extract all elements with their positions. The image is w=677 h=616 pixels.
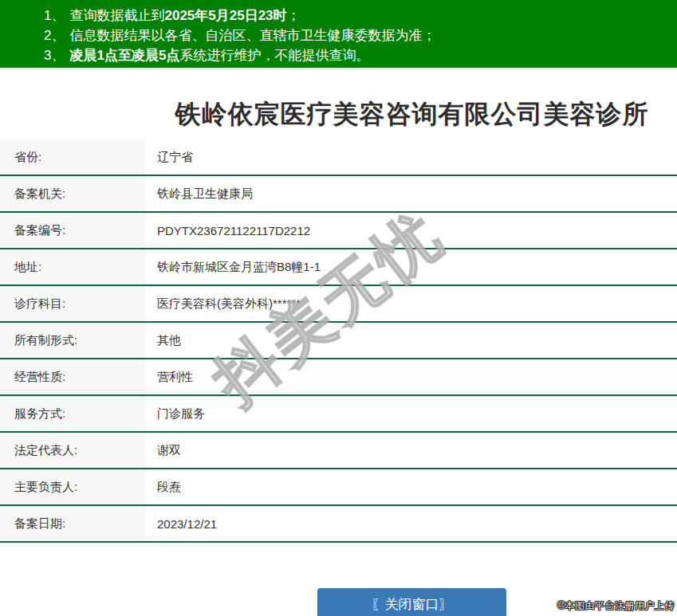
table-row: 所有制形式:其他 bbox=[0, 323, 677, 359]
row-label: 诊疗科目: bbox=[0, 286, 146, 321]
page-title: 铁岭依宸医疗美容咨询有限公司美容诊所 bbox=[147, 68, 677, 139]
row-value: 2023/12/21 bbox=[146, 506, 677, 541]
table-row: 服务方式:门诊服务 bbox=[0, 396, 677, 433]
notice-text: ； bbox=[287, 8, 301, 23]
notice-text: 信息数据结果以各省、自治区、直辖市卫生健康委数据为准； bbox=[69, 28, 435, 43]
row-label: 经营性质: bbox=[0, 359, 146, 394]
notice-text: 查询数据截止到 bbox=[69, 8, 164, 23]
row-value: 谢双 bbox=[146, 433, 677, 468]
row-value: 医疗美容科(美容外科)****** bbox=[146, 286, 677, 321]
notice-line: 3、凌晨1点至凌晨5点系统进行维护，不能提供查询。 bbox=[44, 45, 669, 65]
row-value: 段焘 bbox=[146, 469, 677, 504]
notice-number: 3、 bbox=[44, 48, 65, 63]
row-label: 省份: bbox=[0, 139, 146, 175]
row-value: 门诊服务 bbox=[146, 396, 677, 431]
row-label: 法定代表人: bbox=[0, 433, 146, 468]
row-label: 地址: bbox=[0, 249, 146, 284]
row-value: 其他 bbox=[146, 323, 677, 358]
record-table: 省份:辽宁省备案机关:铁岭县卫生健康局备案编号:PDYTX23672112211… bbox=[0, 139, 677, 543]
table-row: 主要负责人:段焘 bbox=[0, 469, 677, 506]
notice-number: 2、 bbox=[44, 28, 65, 43]
row-label: 所有制形式: bbox=[0, 323, 146, 358]
row-label: 服务方式: bbox=[0, 396, 146, 431]
row-value: 营利性 bbox=[146, 359, 677, 394]
notice-banner: 1、查询数据截止到2025年5月25日23时；2、信息数据结果以各省、自治区、直… bbox=[0, 0, 677, 68]
copyright-watermark: ©本图由平台注册用户上传 bbox=[557, 599, 675, 613]
notice-line: 2、信息数据结果以各省、自治区、直辖市卫生健康委数据为准； bbox=[44, 26, 669, 45]
table-row: 经营性质:营利性 bbox=[0, 359, 677, 396]
notice-text: 系统进行维护，不能提供查询。 bbox=[179, 48, 369, 63]
table-row: 备案编号:PDYTX236721122117D2212 bbox=[0, 213, 677, 249]
table-row: 法定代表人:谢双 bbox=[0, 433, 677, 469]
table-row: 备案日期:2023/12/21 bbox=[0, 506, 677, 543]
notice-line: 1、查询数据截止到2025年5月25日23时； bbox=[44, 6, 669, 26]
row-value: 辽宁省 bbox=[146, 139, 677, 175]
notice-text: 2025年5月25日23时 bbox=[164, 8, 286, 23]
row-label: 备案机关: bbox=[0, 176, 146, 211]
row-value: 铁岭县卫生健康局 bbox=[146, 176, 677, 211]
row-value: 铁岭市新城区金月蓝湾B8幢1-1 bbox=[146, 249, 677, 284]
close-window-button[interactable]: 〖关闭窗口〗 bbox=[317, 588, 506, 616]
row-label: 备案编号: bbox=[0, 213, 146, 248]
table-row: 地址:铁岭市新城区金月蓝湾B8幢1-1 bbox=[0, 249, 677, 286]
row-label: 主要负责人: bbox=[0, 469, 146, 504]
row-label: 备案日期: bbox=[0, 506, 146, 541]
table-row: 省份:辽宁省 bbox=[0, 139, 677, 176]
table-row: 备案机关:铁岭县卫生健康局 bbox=[0, 176, 677, 213]
notice-text: 凌晨1点至凌晨5点 bbox=[69, 48, 179, 63]
notice-number: 1、 bbox=[44, 8, 65, 23]
table-row: 诊疗科目:医疗美容科(美容外科)****** bbox=[0, 286, 677, 323]
row-value: PDYTX236721122117D2212 bbox=[146, 213, 677, 248]
